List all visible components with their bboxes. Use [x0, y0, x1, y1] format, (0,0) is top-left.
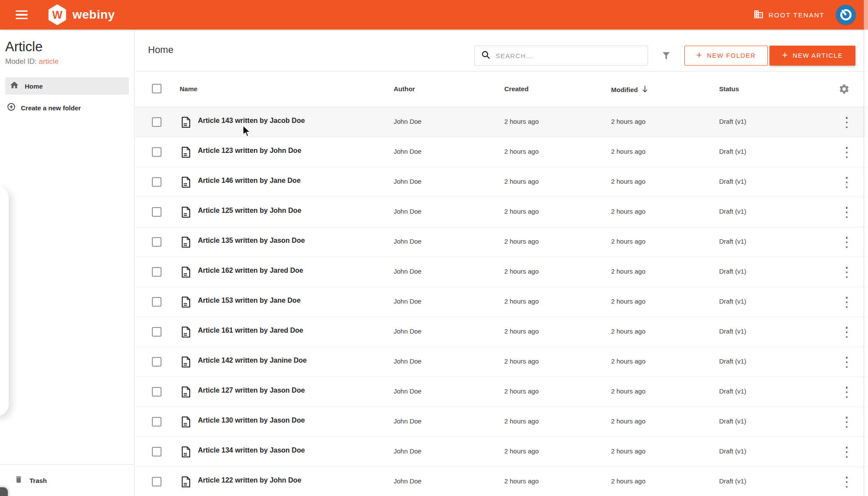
row-created: 2 hours ago — [504, 148, 539, 155]
table-row[interactable]: Article 127 written by Jason Doe John Do… — [135, 377, 868, 407]
new-article-button[interactable]: + NEW ARTICLE — [769, 46, 855, 66]
document-icon — [181, 176, 191, 190]
row-author: John Doe — [394, 357, 421, 365]
row-name[interactable]: Article 125 written by John Doe — [198, 207, 301, 215]
row-actions-kebab-icon[interactable] — [842, 147, 851, 158]
new-folder-button[interactable]: + NEW FOLDER — [684, 46, 768, 66]
row-name[interactable]: Article 123 written by John Doe — [198, 147, 301, 155]
row-modified: 2 hours ago — [611, 118, 645, 125]
row-modified: 2 hours ago — [611, 447, 645, 455]
row-checkbox[interactable] — [152, 357, 161, 367]
row-status: Draft (v1) — [719, 417, 746, 425]
table-row[interactable]: Article 125 written by John Doe John Doe… — [135, 197, 868, 227]
row-actions-kebab-icon[interactable] — [842, 387, 851, 398]
row-checkbox[interactable] — [152, 147, 161, 157]
row-name[interactable]: Article 127 written by Jason Doe — [198, 387, 305, 394]
table-row[interactable]: Article 134 written by Jason Doe John Do… — [135, 437, 868, 467]
row-created: 2 hours ago — [504, 178, 539, 185]
row-name[interactable]: Article 135 written by Jason Doe — [198, 237, 305, 245]
row-actions-kebab-icon[interactable] — [842, 237, 851, 248]
tenant-selector[interactable]: ROOT TENANT — [753, 9, 825, 21]
table-settings-gear-icon[interactable] — [838, 83, 850, 96]
row-status: Draft (v1) — [719, 477, 746, 485]
row-name[interactable]: Article 130 written by Jason Doe — [198, 417, 305, 424]
row-actions-kebab-icon[interactable] — [842, 476, 851, 488]
row-name[interactable]: Article 122 written by John Doe — [198, 476, 301, 484]
table-row[interactable]: Article 123 written by John Doe John Doe… — [135, 137, 868, 167]
column-header-author[interactable]: Author — [394, 85, 415, 93]
sidebar-item-home[interactable]: Home — [5, 77, 129, 95]
sidebar-home-label: Home — [25, 83, 43, 90]
row-checkbox[interactable] — [152, 177, 161, 187]
row-checkbox[interactable] — [152, 267, 161, 277]
main-content: Home + NEW FOLDER + NEW ARTICLE Name Aut… — [135, 30, 868, 496]
row-checkbox[interactable] — [152, 117, 161, 127]
row-name[interactable]: Article 162 written by Jared Doe — [198, 267, 303, 274]
table-row[interactable]: Article 162 written by Jared Doe John Do… — [135, 257, 868, 287]
row-actions-kebab-icon[interactable] — [842, 117, 851, 128]
row-name[interactable]: Article 142 written by Janine Doe — [198, 357, 307, 364]
row-checkbox[interactable] — [152, 237, 161, 247]
trash-icon — [14, 475, 23, 486]
column-header-name[interactable]: Name — [180, 85, 197, 93]
table-row[interactable]: Article 130 written by Jason Doe John Do… — [135, 407, 868, 437]
table-row[interactable]: Article 142 written by Janine Doe John D… — [135, 347, 868, 377]
row-actions-kebab-icon[interactable] — [842, 417, 851, 428]
row-created: 2 hours ago — [504, 208, 539, 215]
row-checkbox[interactable] — [152, 477, 161, 486]
vertical-scrollbar[interactable] — [864, 0, 868, 496]
row-name[interactable]: Article 134 written by Jason Doe — [198, 446, 305, 454]
avatar[interactable] — [836, 5, 856, 25]
row-author: John Doe — [394, 148, 421, 155]
search-input[interactable] — [496, 52, 648, 60]
menu-icon[interactable] — [16, 10, 28, 19]
row-actions-kebab-icon[interactable] — [842, 297, 851, 308]
row-checkbox[interactable] — [152, 447, 161, 456]
row-name[interactable]: Article 153 written by Jane Doe — [198, 297, 301, 304]
model-id-link[interactable]: article — [39, 57, 58, 66]
row-name[interactable]: Article 143 written by Jacob Doe — [198, 117, 305, 125]
table-row[interactable]: Article 146 written by Jane Doe John Doe… — [135, 167, 868, 197]
row-author: John Doe — [394, 178, 421, 185]
row-name[interactable]: Article 146 written by Jane Doe — [198, 177, 301, 185]
row-checkbox[interactable] — [152, 417, 161, 427]
row-actions-kebab-icon[interactable] — [842, 327, 851, 338]
row-author: John Doe — [394, 417, 421, 425]
row-modified: 2 hours ago — [611, 148, 645, 155]
row-actions-kebab-icon[interactable] — [842, 357, 851, 368]
column-header-status[interactable]: Status — [719, 85, 739, 93]
model-id: Model ID: article — [5, 57, 134, 66]
table-row[interactable]: Article 153 written by Jane Doe John Doe… — [135, 287, 868, 317]
column-header-created[interactable]: Created — [504, 85, 529, 93]
row-actions-kebab-icon[interactable] — [842, 446, 851, 458]
row-actions-kebab-icon[interactable] — [842, 267, 851, 278]
row-checkbox[interactable] — [152, 327, 161, 337]
row-actions-kebab-icon[interactable] — [842, 207, 851, 218]
select-all-checkbox[interactable] — [152, 84, 161, 93]
row-status: Draft (v1) — [719, 387, 746, 395]
row-name[interactable]: Article 161 written by Jared Doe — [198, 327, 303, 334]
sidebar-item-trash[interactable]: Trash — [0, 464, 134, 496]
table-row[interactable]: Article 161 written by Jared Doe John Do… — [135, 317, 868, 347]
document-icon — [181, 416, 191, 430]
table-row[interactable]: Article 135 written by Jason Doe John Do… — [135, 227, 868, 257]
row-actions-kebab-icon[interactable] — [842, 177, 851, 188]
row-checkbox[interactable] — [152, 297, 161, 307]
create-folder-button[interactable]: Create a new folder — [7, 103, 134, 113]
row-created: 2 hours ago — [504, 447, 539, 455]
document-icon — [181, 206, 191, 220]
table-row[interactable]: Article 143 written by Jacob Doe John Do… — [135, 107, 868, 137]
table-body: Article 143 written by Jacob Doe John Do… — [135, 107, 868, 496]
tenant-label: ROOT TENANT — [769, 11, 825, 19]
filter-icon[interactable] — [661, 50, 671, 63]
table-row[interactable]: Article 122 written by John Doe John Doe… — [135, 467, 868, 496]
row-status: Draft (v1) — [719, 447, 746, 455]
column-header-modified[interactable]: Modified — [611, 85, 648, 94]
search-icon — [481, 50, 490, 61]
row-created: 2 hours ago — [504, 327, 539, 335]
row-checkbox[interactable] — [152, 207, 161, 217]
sidebar: Article Model ID: article Home Create a … — [0, 30, 135, 496]
row-checkbox[interactable] — [152, 387, 161, 397]
row-created: 2 hours ago — [504, 387, 539, 395]
row-modified: 2 hours ago — [611, 387, 645, 395]
